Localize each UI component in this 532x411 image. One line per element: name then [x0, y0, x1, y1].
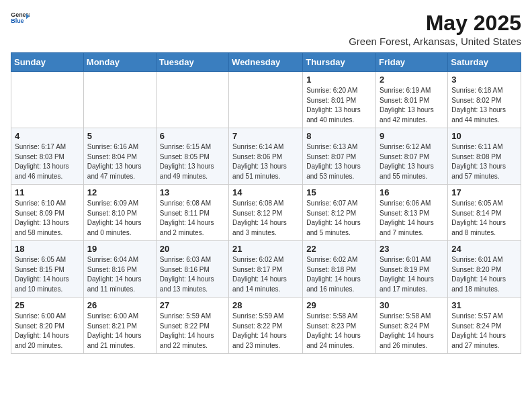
day-info: Sunrise: 6:16 AMSunset: 8:04 PMDaylight:…	[87, 142, 152, 181]
subtitle: Green Forest, Arkansas, United States	[349, 36, 521, 47]
day-cell: 14Sunrise: 6:08 AMSunset: 8:12 PMDayligh…	[229, 185, 303, 241]
day-cell: 6Sunrise: 6:15 AMSunset: 8:05 PMDaylight…	[156, 128, 228, 185]
day-cell: 13Sunrise: 6:08 AMSunset: 8:11 PMDayligh…	[156, 185, 228, 241]
day-info: Sunrise: 6:08 AMSunset: 8:12 PMDaylight:…	[232, 199, 299, 238]
day-cell: 3Sunrise: 6:18 AMSunset: 8:02 PMDaylight…	[448, 72, 521, 128]
day-number: 17	[451, 187, 517, 197]
day-info: Sunrise: 6:00 AMSunset: 8:20 PMDaylight:…	[15, 312, 80, 351]
day-cell: 21Sunrise: 6:02 AMSunset: 8:17 PMDayligh…	[229, 241, 303, 298]
day-number: 2	[380, 75, 444, 85]
svg-text:Blue: Blue	[11, 17, 24, 24]
day-cell	[11, 72, 84, 128]
day-number: 29	[306, 300, 372, 310]
day-info: Sunrise: 6:02 AMSunset: 8:18 PMDaylight:…	[306, 255, 372, 294]
day-info: Sunrise: 6:18 AMSunset: 8:02 PMDaylight:…	[451, 86, 517, 125]
day-number: 13	[160, 187, 225, 197]
day-number: 6	[160, 131, 225, 141]
day-number: 11	[15, 187, 80, 197]
day-number: 18	[15, 244, 80, 254]
day-cell: 7Sunrise: 6:14 AMSunset: 8:06 PMDaylight…	[229, 128, 303, 185]
day-info: Sunrise: 6:08 AMSunset: 8:11 PMDaylight:…	[160, 199, 225, 238]
day-number: 20	[160, 244, 225, 254]
day-number: 15	[306, 187, 372, 197]
day-cell: 24Sunrise: 6:01 AMSunset: 8:20 PMDayligh…	[448, 241, 521, 298]
day-number: 4	[15, 131, 80, 141]
day-number: 8	[306, 131, 372, 141]
day-info: Sunrise: 6:06 AMSunset: 8:13 PMDaylight:…	[380, 199, 444, 238]
day-info: Sunrise: 5:57 AMSunset: 8:24 PMDaylight:…	[451, 312, 517, 351]
day-cell: 18Sunrise: 6:05 AMSunset: 8:15 PMDayligh…	[11, 241, 84, 298]
header-saturday: Saturday	[448, 53, 521, 72]
header-monday: Monday	[83, 53, 156, 72]
header-thursday: Thursday	[303, 53, 376, 72]
logo: General Blue	[11, 11, 31, 26]
week-row-1: 1Sunrise: 6:20 AMSunset: 8:01 PMDaylight…	[11, 72, 521, 128]
day-cell: 9Sunrise: 6:12 AMSunset: 8:07 PMDaylight…	[376, 128, 448, 185]
day-info: Sunrise: 6:04 AMSunset: 8:16 PMDaylight:…	[87, 255, 152, 294]
day-cell: 12Sunrise: 6:09 AMSunset: 8:10 PMDayligh…	[83, 185, 156, 241]
day-info: Sunrise: 6:20 AMSunset: 8:01 PMDaylight:…	[306, 86, 372, 125]
day-info: Sunrise: 5:58 AMSunset: 8:24 PMDaylight:…	[380, 312, 444, 351]
day-number: 23	[380, 244, 444, 254]
day-number: 26	[87, 300, 152, 310]
day-info: Sunrise: 5:59 AMSunset: 8:22 PMDaylight:…	[160, 312, 225, 351]
day-number: 22	[306, 244, 372, 254]
week-row-5: 25Sunrise: 6:00 AMSunset: 8:20 PMDayligh…	[11, 298, 521, 354]
day-number: 24	[451, 244, 517, 254]
day-cell: 8Sunrise: 6:13 AMSunset: 8:07 PMDaylight…	[303, 128, 376, 185]
week-row-3: 11Sunrise: 6:10 AMSunset: 8:09 PMDayligh…	[11, 185, 521, 241]
day-number: 25	[15, 300, 80, 310]
day-info: Sunrise: 6:11 AMSunset: 8:08 PMDaylight:…	[451, 142, 517, 181]
day-number: 31	[451, 300, 517, 310]
day-info: Sunrise: 6:12 AMSunset: 8:07 PMDaylight:…	[380, 142, 444, 181]
day-cell: 20Sunrise: 6:03 AMSunset: 8:16 PMDayligh…	[156, 241, 228, 298]
header-sunday: Sunday	[11, 53, 84, 72]
day-info: Sunrise: 6:00 AMSunset: 8:21 PMDaylight:…	[87, 312, 152, 351]
day-cell: 30Sunrise: 5:58 AMSunset: 8:24 PMDayligh…	[376, 298, 448, 354]
day-cell	[83, 72, 156, 128]
day-cell: 15Sunrise: 6:07 AMSunset: 8:12 PMDayligh…	[303, 185, 376, 241]
main-title: May 2025	[349, 11, 521, 36]
day-number: 28	[232, 300, 299, 310]
day-number: 7	[232, 131, 299, 141]
day-cell: 5Sunrise: 6:16 AMSunset: 8:04 PMDaylight…	[83, 128, 156, 185]
day-cell: 27Sunrise: 5:59 AMSunset: 8:22 PMDayligh…	[156, 298, 228, 354]
day-number: 19	[87, 244, 152, 254]
day-number: 5	[87, 131, 152, 141]
day-info: Sunrise: 6:07 AMSunset: 8:12 PMDaylight:…	[306, 199, 372, 238]
week-row-2: 4Sunrise: 6:17 AMSunset: 8:03 PMDaylight…	[11, 128, 521, 185]
day-info: Sunrise: 6:01 AMSunset: 8:19 PMDaylight:…	[380, 255, 444, 294]
day-number: 3	[451, 75, 517, 85]
day-cell	[156, 72, 228, 128]
day-cell: 31Sunrise: 5:57 AMSunset: 8:24 PMDayligh…	[448, 298, 521, 354]
day-cell: 28Sunrise: 5:59 AMSunset: 8:22 PMDayligh…	[229, 298, 303, 354]
day-cell: 22Sunrise: 6:02 AMSunset: 8:18 PMDayligh…	[303, 241, 376, 298]
day-cell: 29Sunrise: 5:58 AMSunset: 8:23 PMDayligh…	[303, 298, 376, 354]
day-info: Sunrise: 6:15 AMSunset: 8:05 PMDaylight:…	[160, 142, 225, 181]
day-cell: 19Sunrise: 6:04 AMSunset: 8:16 PMDayligh…	[83, 241, 156, 298]
day-info: Sunrise: 6:13 AMSunset: 8:07 PMDaylight:…	[306, 142, 372, 181]
day-cell: 23Sunrise: 6:01 AMSunset: 8:19 PMDayligh…	[376, 241, 448, 298]
day-cell: 26Sunrise: 6:00 AMSunset: 8:21 PMDayligh…	[83, 298, 156, 354]
day-number: 1	[306, 75, 372, 85]
day-info: Sunrise: 5:59 AMSunset: 8:22 PMDaylight:…	[232, 312, 299, 351]
day-info: Sunrise: 6:19 AMSunset: 8:01 PMDaylight:…	[380, 86, 444, 125]
day-info: Sunrise: 6:05 AMSunset: 8:15 PMDaylight:…	[15, 255, 80, 294]
day-cell: 1Sunrise: 6:20 AMSunset: 8:01 PMDaylight…	[303, 72, 376, 128]
day-cell: 11Sunrise: 6:10 AMSunset: 8:09 PMDayligh…	[11, 185, 84, 241]
week-row-4: 18Sunrise: 6:05 AMSunset: 8:15 PMDayligh…	[11, 241, 521, 298]
day-cell: 17Sunrise: 6:05 AMSunset: 8:14 PMDayligh…	[448, 185, 521, 241]
header-friday: Friday	[376, 53, 448, 72]
day-cell: 16Sunrise: 6:06 AMSunset: 8:13 PMDayligh…	[376, 185, 448, 241]
page-header: General Blue May 2025 Green Forest, Arka…	[11, 11, 521, 47]
day-number: 9	[380, 131, 444, 141]
calendar-table: SundayMondayTuesdayWednesdayThursdayFrid…	[11, 52, 521, 354]
title-section: May 2025 Green Forest, Arkansas, United …	[349, 11, 521, 47]
day-info: Sunrise: 5:58 AMSunset: 8:23 PMDaylight:…	[306, 312, 372, 351]
day-cell: 25Sunrise: 6:00 AMSunset: 8:20 PMDayligh…	[11, 298, 84, 354]
day-info: Sunrise: 6:14 AMSunset: 8:06 PMDaylight:…	[232, 142, 299, 181]
day-info: Sunrise: 6:01 AMSunset: 8:20 PMDaylight:…	[451, 255, 517, 294]
day-cell: 4Sunrise: 6:17 AMSunset: 8:03 PMDaylight…	[11, 128, 84, 185]
day-info: Sunrise: 6:02 AMSunset: 8:17 PMDaylight:…	[232, 255, 299, 294]
day-cell	[229, 72, 303, 128]
